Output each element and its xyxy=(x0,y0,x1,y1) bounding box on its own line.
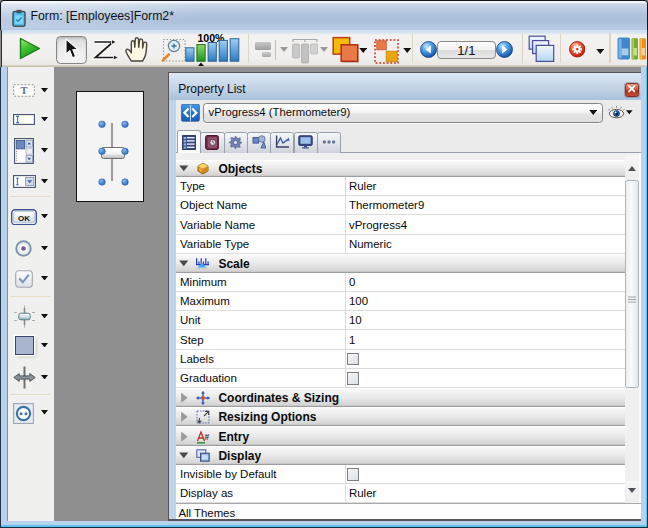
svg-text:OK: OK xyxy=(18,213,30,222)
svg-text:#: # xyxy=(205,431,210,441)
svg-text:T: T xyxy=(20,85,27,96)
